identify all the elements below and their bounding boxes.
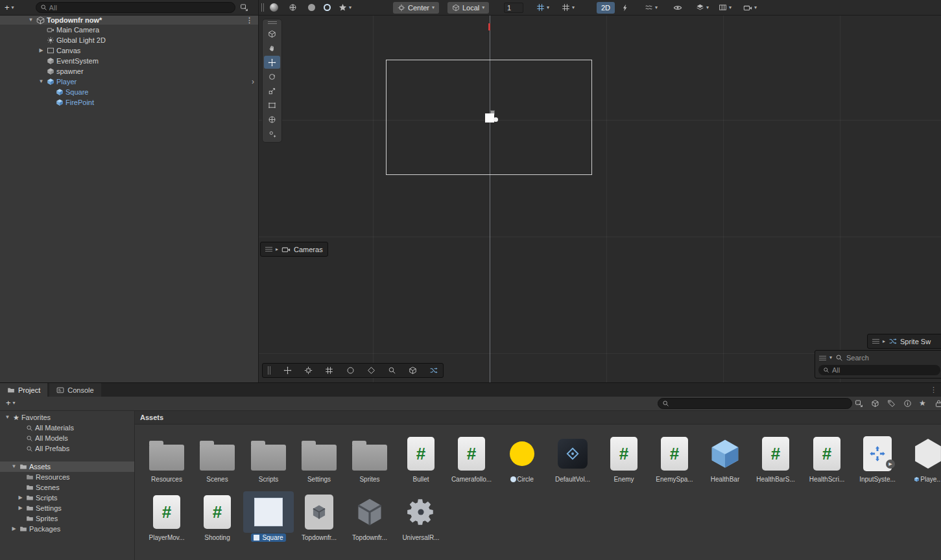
overlay-grip[interactable] bbox=[265, 247, 272, 251]
asset-item[interactable]: Resources bbox=[141, 433, 192, 484]
hierarchy-item-firepoint[interactable]: FirePoint bbox=[0, 97, 258, 108]
tool-context-button[interactable] bbox=[264, 27, 280, 40]
lock-icon[interactable] bbox=[935, 399, 941, 408]
toolbar-grip[interactable] bbox=[261, 3, 265, 12]
tree-packages[interactable]: ▶ Packages bbox=[0, 524, 134, 534]
project-search-input[interactable] bbox=[671, 400, 848, 408]
scene-visibility-toggle[interactable] bbox=[673, 0, 682, 15]
foldout-open-icon[interactable]: ▼ bbox=[38, 79, 45, 84]
tree-assets[interactable]: ▼ Assets bbox=[0, 461, 134, 472]
add-gameobject-button[interactable]: + ▾ bbox=[0, 3, 19, 12]
asset-item[interactable]: # Camerafollo... bbox=[446, 433, 497, 484]
grid-snapping-dropdown[interactable]: ▾ bbox=[562, 0, 575, 15]
scene-camera-dropdown[interactable]: ▾ bbox=[743, 0, 757, 15]
asset-item[interactable]: Topdownfr... bbox=[294, 491, 344, 542]
tree-settings[interactable]: ▶ Settings bbox=[0, 503, 134, 513]
asset-item-selected[interactable]: Square bbox=[243, 491, 294, 542]
asset-item[interactable]: DefaultVol... bbox=[547, 433, 598, 484]
sprite-swap-overlay[interactable]: ▸ Sprite Sw bbox=[867, 334, 941, 349]
tree-all-materials[interactable]: All Materials bbox=[0, 423, 134, 433]
effects-dropdown[interactable]: ▾ bbox=[339, 0, 351, 15]
2d-mode-toggle[interactable]: 2D bbox=[597, 2, 615, 14]
tree-resources[interactable]: Resources bbox=[0, 472, 134, 482]
scene-lighting-toggle[interactable] bbox=[621, 0, 629, 15]
scene-view[interactable]: ▸ Cameras ▸ Sprite Sw ▾ Search All bbox=[259, 16, 941, 382]
component-view-dropdown[interactable]: ▾ bbox=[719, 0, 732, 15]
zoom-tool-icon[interactable] bbox=[388, 366, 396, 375]
asset-item[interactable]: # EnemySpa... bbox=[649, 433, 700, 484]
asset-item[interactable]: UniversalR... bbox=[396, 491, 446, 542]
asset-item[interactable]: # PlayerMov... bbox=[141, 491, 192, 542]
asset-item[interactable]: Settings bbox=[294, 433, 344, 484]
foldout-open-icon[interactable]: ▼ bbox=[10, 464, 18, 469]
package-filter-icon[interactable] bbox=[871, 399, 879, 408]
tree-all-models[interactable]: All Models bbox=[0, 433, 134, 443]
player-sprite[interactable] bbox=[485, 112, 499, 124]
open-prefab-icon[interactable]: › bbox=[248, 77, 258, 86]
view-tool-button[interactable] bbox=[264, 41, 280, 54]
asset-item[interactable]: Topdownfr... bbox=[344, 491, 395, 542]
collapse-icon[interactable]: ▾ bbox=[829, 355, 832, 360]
foldout-closed-icon[interactable]: ▶ bbox=[17, 495, 24, 500]
scene-options-icon[interactable]: ⋮ bbox=[241, 16, 258, 25]
picker-window-icon[interactable] bbox=[855, 399, 863, 408]
audio-fx-dropdown[interactable]: ▾ bbox=[645, 0, 658, 15]
grid-size-field[interactable] bbox=[504, 3, 523, 13]
rotate-tool-button[interactable] bbox=[264, 70, 280, 83]
expand-icon[interactable]: ▸ bbox=[883, 339, 885, 344]
expand-icon[interactable]: ▸ bbox=[276, 247, 278, 252]
project-search[interactable] bbox=[658, 398, 852, 409]
asset-item[interactable]: Circle bbox=[497, 433, 547, 484]
asset-item[interactable]: Sprites bbox=[344, 433, 395, 484]
info-icon[interactable] bbox=[903, 399, 912, 408]
asset-item[interactable]: Scenes bbox=[192, 433, 243, 484]
hierarchy-item-eventsystem[interactable]: EventSystem bbox=[0, 56, 258, 66]
search-overlay[interactable]: ▾ Search All bbox=[815, 350, 941, 379]
label-filter-icon[interactable] bbox=[887, 399, 896, 408]
custom-tools-button[interactable] bbox=[264, 127, 280, 140]
scale-tool-button[interactable] bbox=[264, 84, 280, 97]
overlay-grip[interactable] bbox=[268, 21, 277, 25]
hierarchy-item-global-light[interactable]: Global Light 2D bbox=[0, 35, 258, 45]
tabstrip-menu-icon[interactable]: ⋮ bbox=[930, 386, 941, 394]
picker-window-icon[interactable] bbox=[240, 3, 248, 12]
circle-tool-icon[interactable] bbox=[346, 366, 355, 375]
favorites-star-icon[interactable]: ★ bbox=[919, 399, 926, 408]
move-tool-button[interactable] bbox=[264, 56, 280, 69]
asset-item[interactable]: ▶ InputSyste... bbox=[852, 433, 903, 484]
tree-all-prefabs[interactable]: All Prefabs bbox=[0, 443, 134, 454]
hierarchy-search[interactable] bbox=[36, 2, 235, 13]
rect-tool-button[interactable] bbox=[264, 99, 280, 111]
tree-scripts[interactable]: ▶ Scripts bbox=[0, 493, 134, 503]
grid-visibility-dropdown[interactable]: ▾ bbox=[536, 0, 549, 15]
material-tool-icon[interactable] bbox=[409, 366, 417, 375]
asset-item[interactable]: # Bullet bbox=[396, 433, 446, 484]
tab-project[interactable]: Project bbox=[0, 383, 47, 397]
overlay-grip[interactable] bbox=[872, 339, 879, 344]
overlay-grip[interactable] bbox=[268, 366, 271, 375]
search-overlay-input[interactable]: All bbox=[818, 365, 940, 375]
asset-item[interactable]: # Enemy bbox=[599, 433, 649, 484]
overlay-grip[interactable] bbox=[819, 356, 826, 360]
tree-scenes[interactable]: Scenes bbox=[0, 482, 134, 493]
pivot-mode-dropdown[interactable]: Center ▾ bbox=[393, 2, 439, 14]
asset-item[interactable]: HealthBar bbox=[700, 433, 750, 484]
tree-favorites[interactable]: ▼ ★ Favorites bbox=[0, 412, 134, 423]
grid-snap-icon[interactable] bbox=[325, 366, 333, 375]
hierarchy-item-canvas[interactable]: ▶ Canvas bbox=[0, 45, 258, 56]
create-asset-button[interactable]: + ▾ bbox=[1, 398, 20, 408]
layers-dropdown[interactable]: ▾ bbox=[696, 0, 709, 15]
asset-item[interactable]: Playe... bbox=[903, 433, 941, 484]
hierarchy-item-square[interactable]: Square bbox=[0, 87, 258, 97]
foldout-open-icon[interactable]: ▼ bbox=[27, 18, 34, 23]
asset-item[interactable]: # Shooting bbox=[192, 491, 243, 542]
tab-console[interactable]: Console bbox=[49, 383, 101, 397]
asset-item[interactable]: # HealthScri... bbox=[802, 433, 852, 484]
splitter[interactable] bbox=[134, 411, 135, 560]
foldout-open-icon[interactable]: ▼ bbox=[4, 415, 11, 420]
post-process-toggle-icon[interactable] bbox=[324, 0, 331, 15]
transform-tool-button[interactable] bbox=[264, 113, 280, 126]
hierarchy-item-spawner[interactable]: spawner bbox=[0, 66, 258, 76]
hierarchy-search-input[interactable] bbox=[49, 4, 231, 12]
asset-item[interactable]: # HealthBarS... bbox=[750, 433, 801, 484]
